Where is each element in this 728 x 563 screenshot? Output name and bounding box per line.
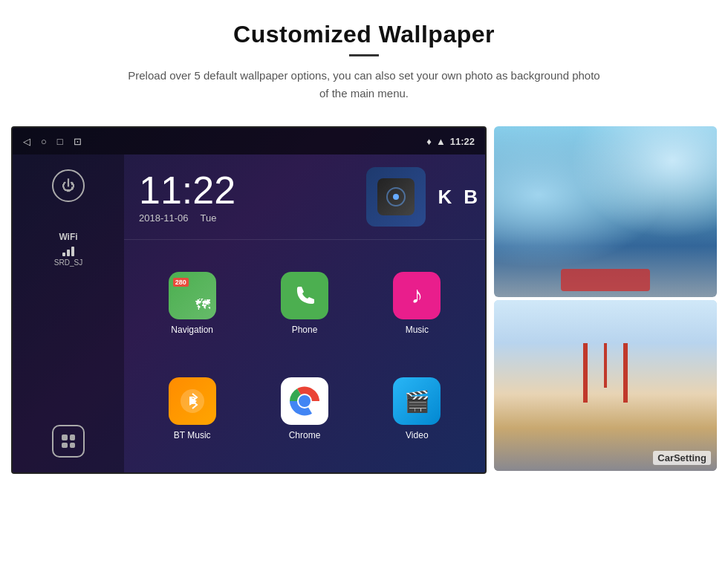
chrome-icon [281,377,328,425]
grid-dot [70,435,76,440]
date-display: 2018-11-06 Tue [139,212,366,224]
back-icon[interactable]: ◁ [23,136,30,147]
home-icon[interactable]: ○ [41,136,47,147]
music-note-icon: ♪ [411,282,423,309]
status-right: ♦ ▲ 11:22 [426,136,475,147]
page-title: Customized Wallpaper [126,21,602,48]
sidebar-top: ⏻ WiFi SRD_SJ [52,169,85,267]
subtitle: Preload over 5 default wallpaper options… [126,67,602,102]
clock-time: 11:22 [139,171,366,209]
wifi-bar-2 [67,250,70,256]
wp-overlay [561,269,650,291]
wifi-bar-1 [62,253,65,256]
grid-icon [62,435,75,448]
carsetting-label: CarSetting [653,451,711,465]
page-wrapper: Customized Wallpaper Preload over 5 defa… [0,0,728,563]
svg-text:B: B [189,394,196,406]
android-sidebar: ⏻ WiFi SRD_SJ [13,154,124,472]
apps-button[interactable] [52,425,85,458]
app-navigation[interactable]: 🗺 Navigation [136,250,248,357]
status-time: 11:22 [450,136,475,147]
clapboard-icon: 🎬 [404,389,430,414]
wifi-bar-3 [71,247,74,256]
title-divider [349,54,379,56]
android-main: 11:22 2018-11-06 Tue [124,154,485,472]
bridge-tower [583,343,628,403]
wifi-widget: WiFi SRD_SJ [54,232,82,267]
phone-icon [281,272,328,319]
android-screen: ◁ ○ □ ⊡ ♦ ▲ 11:22 ⏻ [11,126,487,474]
wifi-bars [54,244,82,256]
status-left: ◁ ○ □ ⊡ [23,136,82,147]
btmusic-label: BT Music [174,430,211,440]
music-label: Music [406,325,429,335]
wallpaper-stack: CarSetting [494,126,717,471]
clock-day: Tue [201,212,217,224]
k-widget: K [438,186,452,209]
b-widget: B [464,186,478,209]
bt-svg: B [179,388,206,414]
app-phone[interactable]: Phone [248,250,360,357]
time-row: 11:22 2018-11-06 Tue [124,154,485,240]
chrome-svg [289,385,320,417]
grid-dot [62,435,68,440]
navigation-icon: 🗺 [169,272,216,319]
signal-icon: ▲ [436,136,446,147]
map-icon: 🗺 [195,296,210,313]
app-grid: 🗺 Navigation Phone [124,240,485,472]
wifi-ssid: SRD_SJ [54,258,82,267]
music-icon: ♪ [393,272,441,319]
power-button[interactable]: ⏻ [52,169,85,202]
wallpaper-bridge[interactable]: CarSetting [494,300,717,471]
btmusic-icon: B [169,377,216,425]
app-video[interactable]: 🎬 Video [361,357,473,463]
radio-inner [377,178,415,215]
recents-icon[interactable]: □ [57,136,63,147]
phone-svg [291,282,318,309]
bridge-background [494,300,717,471]
location-icon: ♦ [426,136,432,147]
phone-label: Phone [292,325,318,335]
radio-signal-icon [386,186,406,207]
power-icon: ⏻ [62,178,75,194]
content-area: ◁ ○ □ ⊡ ♦ ▲ 11:22 ⏻ [11,126,717,474]
app-btmusic[interactable]: B BT Music [136,357,248,463]
clock-date: 2018-11-06 [139,212,189,224]
grid-dot [70,443,76,449]
status-bar: ◁ ○ □ ⊡ ♦ ▲ 11:22 [13,128,485,154]
radio-widget [366,167,426,227]
video-icon: 🎬 [393,377,441,425]
widget-section: K B [366,167,485,227]
svg-point-4 [299,395,311,407]
wifi-label: WiFi [54,232,82,242]
android-body: ⏻ WiFi SRD_SJ [13,154,485,472]
title-section: Customized Wallpaper Preload over 5 defa… [126,21,602,102]
screenshot-icon[interactable]: ⊡ [74,136,82,147]
app-chrome[interactable]: Chrome [248,357,360,463]
app-music[interactable]: ♪ Music [361,250,473,357]
time-section: 11:22 2018-11-06 Tue [124,171,366,224]
navigation-label: Navigation [171,325,213,335]
wallpaper-ice[interactable] [494,126,717,297]
grid-dot [62,443,68,449]
video-label: Video [406,430,428,440]
chrome-label: Chrome [289,430,321,440]
